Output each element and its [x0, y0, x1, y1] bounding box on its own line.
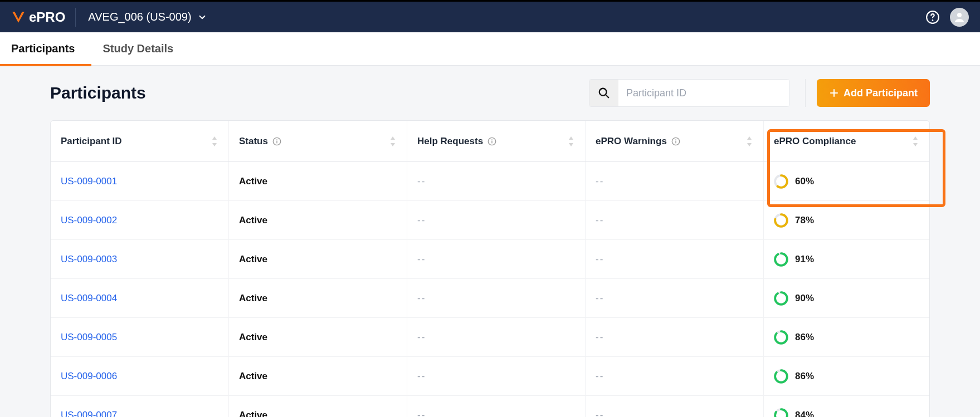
compliance-indicator: 78%	[774, 213, 814, 228]
col-header-label: ePRO Compliance	[774, 136, 856, 147]
tab-study-details[interactable]: Study Details	[103, 32, 173, 66]
empty-value: --	[596, 176, 604, 187]
table-row: US-009-0006Active----86%	[51, 357, 929, 396]
cell-epro-compliance: 86%	[764, 357, 929, 395]
svg-point-9	[491, 139, 493, 140]
compliance-percent: 86%	[795, 371, 814, 382]
vertical-separator	[805, 79, 806, 107]
cell-epro-warnings: --	[586, 396, 764, 417]
table-row: US-009-0004Active----90%	[51, 279, 929, 318]
app-logo[interactable]: ePRO	[11, 8, 76, 27]
sort-icon	[567, 136, 575, 146]
participant-link[interactable]: US-009-0007	[61, 410, 117, 418]
empty-value: --	[596, 410, 604, 418]
status-text: Active	[239, 176, 267, 187]
col-header-help-requests[interactable]: Help Requests	[407, 121, 586, 161]
compliance-indicator: 90%	[774, 291, 814, 306]
compliance-indicator: 86%	[774, 369, 814, 384]
empty-value: --	[596, 293, 604, 304]
page-content: Participants Add Participant Participant…	[0, 66, 980, 417]
status-text: Active	[239, 410, 267, 418]
col-header-epro-compliance[interactable]: ePRO Compliance	[764, 121, 929, 161]
participant-link[interactable]: US-009-0002	[61, 215, 117, 226]
cell-help-requests: --	[407, 240, 586, 278]
table-row: US-009-0003Active----91%	[51, 240, 929, 279]
col-header-status[interactable]: Status	[229, 121, 407, 161]
svg-point-12	[675, 139, 676, 140]
help-icon	[925, 10, 940, 24]
compliance-indicator: 86%	[774, 330, 814, 345]
empty-value: --	[417, 254, 426, 265]
participant-link[interactable]: US-009-0005	[61, 332, 117, 343]
status-text: Active	[239, 371, 267, 382]
page-title: Participants	[50, 84, 146, 102]
participant-link[interactable]: US-009-0004	[61, 293, 117, 304]
search-input[interactable]	[618, 80, 789, 106]
user-avatar[interactable]	[950, 8, 969, 27]
search-icon	[598, 87, 610, 99]
study-selector-label: AVEG_006 (US-009)	[88, 11, 191, 23]
cell-participant-id: US-009-0006	[51, 357, 229, 395]
col-header-participant-id[interactable]: Participant ID	[51, 121, 229, 161]
empty-value: --	[417, 215, 426, 226]
help-button[interactable]	[924, 9, 941, 26]
svg-point-2	[957, 13, 962, 17]
empty-value: --	[417, 410, 426, 418]
cell-epro-compliance: 78%	[764, 201, 929, 239]
cell-status: Active	[229, 162, 407, 200]
svg-point-19	[775, 253, 787, 266]
cell-status: Active	[229, 279, 407, 317]
logo-icon	[11, 10, 26, 24]
compliance-indicator: 84%	[774, 408, 814, 418]
search-icon-box	[589, 80, 618, 106]
sort-icon	[211, 136, 218, 146]
add-button-label: Add Participant	[844, 87, 918, 99]
sort-icon	[911, 136, 919, 146]
progress-ring-icon	[774, 330, 788, 345]
participants-table: Participant ID Status Help Requests	[50, 120, 930, 417]
cell-status: Active	[229, 240, 407, 278]
cell-epro-compliance: 90%	[764, 279, 929, 317]
progress-ring-icon	[774, 291, 788, 306]
sort-icon	[389, 136, 397, 146]
tab-participants[interactable]: Participants	[11, 32, 75, 66]
table-row: US-009-0002Active----78%	[51, 201, 929, 240]
empty-value: --	[417, 332, 426, 343]
svg-rect-7	[276, 140, 277, 143]
compliance-percent: 90%	[795, 293, 814, 304]
cell-epro-compliance: 60%	[764, 162, 929, 200]
compliance-percent: 86%	[795, 332, 814, 343]
empty-value: --	[596, 254, 604, 265]
search-box[interactable]	[589, 79, 789, 107]
cell-help-requests: --	[407, 396, 586, 417]
cell-status: Active	[229, 201, 407, 239]
cell-epro-warnings: --	[586, 201, 764, 239]
top-bar: ePRO AVEG_006 (US-009)	[0, 0, 980, 32]
cell-participant-id: US-009-0001	[51, 162, 229, 200]
cell-epro-warnings: --	[586, 318, 764, 356]
svg-point-21	[775, 292, 787, 305]
add-participant-button[interactable]: Add Participant	[817, 79, 930, 107]
col-header-label: Participant ID	[61, 136, 122, 147]
participant-link[interactable]: US-009-0001	[61, 176, 117, 187]
plus-icon	[829, 88, 839, 98]
svg-line-4	[606, 95, 608, 97]
cell-status: Active	[229, 318, 407, 356]
cell-epro-warnings: --	[586, 279, 764, 317]
compliance-percent: 60%	[795, 176, 814, 187]
page-header: Participants Add Participant	[50, 79, 930, 107]
empty-value: --	[417, 371, 426, 382]
table-row: US-009-0005Active----86%	[51, 318, 929, 357]
cell-epro-compliance: 84%	[764, 396, 929, 417]
svg-point-23	[775, 331, 787, 344]
cell-help-requests: --	[407, 357, 586, 395]
study-selector[interactable]: AVEG_006 (US-009)	[88, 11, 207, 23]
participant-link[interactable]: US-009-0003	[61, 254, 117, 265]
compliance-indicator: 60%	[774, 174, 814, 189]
participant-link[interactable]: US-009-0006	[61, 371, 117, 382]
svg-rect-10	[491, 140, 492, 143]
col-header-epro-warnings[interactable]: ePRO Warnings	[586, 121, 764, 161]
col-header-label: Status	[239, 136, 268, 147]
svg-rect-13	[675, 140, 676, 143]
cell-status: Active	[229, 357, 407, 395]
